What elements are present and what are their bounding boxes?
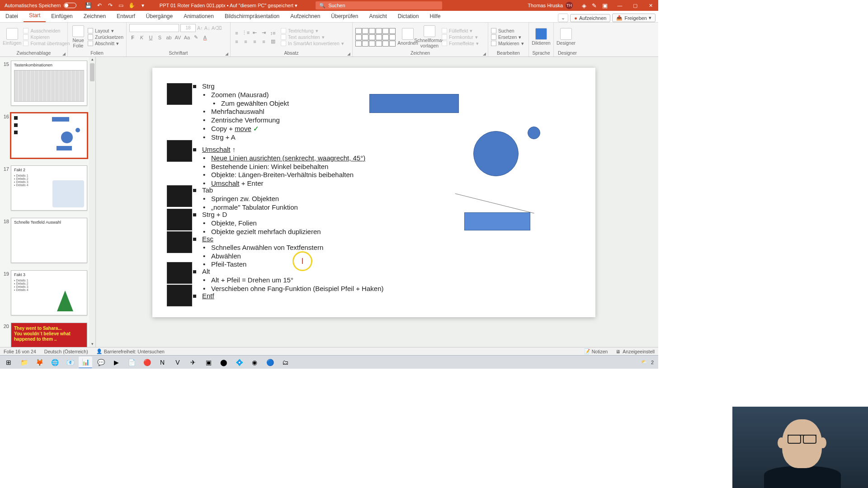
display-settings-button[interactable]: 🖥 Anzeigeeinstell bbox=[616, 349, 655, 354]
language-button[interactable]: Deutsch (Österreich) bbox=[44, 349, 88, 354]
tab-entwurf[interactable]: Entwurf bbox=[111, 11, 141, 22]
shape-circle-small[interactable] bbox=[528, 127, 540, 139]
minimize-button[interactable]: ― bbox=[612, 0, 627, 11]
tab-dictation[interactable]: Dictation bbox=[392, 11, 425, 22]
vertical-scrollbar[interactable] bbox=[652, 57, 658, 347]
format-painter-button: Format übertragen bbox=[23, 41, 70, 46]
shape-line[interactable] bbox=[455, 193, 534, 214]
tab-datei[interactable]: Datei bbox=[0, 11, 24, 22]
notes-button[interactable]: 📝 Notizen bbox=[584, 348, 608, 354]
close-button[interactable]: ✕ bbox=[643, 0, 658, 11]
slide-thumbnail-17[interactable]: Fakt 2 • Details 1• Details 2• Details 3… bbox=[11, 165, 87, 211]
taskbar-app-icon[interactable]: 🔵 bbox=[263, 357, 277, 368]
present-from-start-icon[interactable]: ▭ bbox=[118, 2, 124, 9]
document-title[interactable]: PPT 01 Roter Faden 001.pptx • Auf "diese… bbox=[151, 3, 307, 9]
qat-more-icon[interactable]: ▾ bbox=[140, 2, 146, 9]
taskbar-vscode-icon[interactable]: V bbox=[171, 357, 184, 368]
taskbar-app-icon[interactable]: 💠 bbox=[232, 357, 246, 368]
tab-einfuegen[interactable]: Einfügen bbox=[46, 11, 78, 22]
taskbar-app-icon[interactable]: ◉ bbox=[248, 357, 261, 368]
slide-thumbnail-19[interactable]: Fakt 3 • Details 1• Details 2• Details 3… bbox=[11, 270, 87, 315]
maximize-button[interactable]: ▢ bbox=[627, 0, 643, 11]
key-image-tab bbox=[167, 185, 192, 207]
new-slide-button[interactable]: Neue Folie bbox=[71, 24, 86, 50]
record-button[interactable]: ●Aufzeichnen bbox=[570, 14, 610, 22]
slide[interactable]: Strg Zoomen (Mausrad) Zum gewählten Obje… bbox=[152, 68, 595, 317]
tab-hilfe[interactable]: Hilfe bbox=[424, 11, 446, 22]
slide-counter[interactable]: Folie 16 von 24 bbox=[4, 349, 36, 354]
reset-button[interactable]: Zurücksetzen bbox=[88, 34, 123, 40]
taskbar-app-icon[interactable]: 🔴 bbox=[140, 357, 154, 368]
taskbar-app-icon[interactable]: ▣ bbox=[202, 357, 215, 368]
shape-circle-large[interactable] bbox=[473, 131, 519, 176]
taskbar-vlc-icon[interactable]: ▶ bbox=[109, 357, 123, 368]
designer-button[interactable]: Designer bbox=[557, 24, 576, 50]
slide-thumbnails-panel[interactable]: 15 Tastenkombinationen 16 17 Fakt 2 • De… bbox=[0, 57, 96, 347]
diamond-icon[interactable]: ◈ bbox=[582, 2, 586, 9]
thumbnail-scrollbar[interactable]: ▴ ▾ bbox=[89, 57, 95, 347]
weather-icon[interactable]: ⛅ bbox=[641, 359, 647, 365]
shape-outline-button: Formkontur ▾ bbox=[442, 34, 479, 40]
start-button[interactable]: ⊞ bbox=[2, 357, 15, 368]
cut-button: Ausschneiden bbox=[23, 28, 70, 33]
select-button[interactable]: Markieren ▾ bbox=[491, 41, 524, 46]
slide-canvas-area[interactable]: Strg Zoomen (Mausrad) Zum gewählten Obje… bbox=[96, 57, 652, 347]
tab-ueberpruefen[interactable]: Überprüfen bbox=[326, 11, 363, 22]
tab-animationen[interactable]: Animationen bbox=[178, 11, 219, 22]
window-layout-icon[interactable]: ▣ bbox=[602, 2, 608, 9]
taskbar-app-icon[interactable]: 🗂 bbox=[278, 357, 292, 368]
taskbar-explorer-icon[interactable]: 📁 bbox=[17, 357, 31, 368]
undo-icon[interactable]: ↶ bbox=[96, 2, 103, 9]
scroll-down-icon[interactable]: ▾ bbox=[89, 342, 95, 347]
taskbar-outlook-icon[interactable]: 📧 bbox=[63, 357, 77, 368]
tab-zeichnen[interactable]: Zeichnen bbox=[78, 11, 111, 22]
touch-mode-icon[interactable]: ✋ bbox=[129, 2, 135, 9]
account-button[interactable]: Thomas Hruska TH bbox=[523, 2, 577, 9]
search-input[interactable] bbox=[328, 3, 439, 8]
quick-styles-button[interactable]: Schnellformat-vorlagen bbox=[420, 24, 439, 50]
layout-button[interactable]: Layout ▾ bbox=[88, 28, 123, 33]
tab-ansicht[interactable]: Ansicht bbox=[363, 11, 392, 22]
scroll-up-icon[interactable]: ▴ bbox=[89, 57, 95, 62]
slide-thumbnail-15[interactable]: Tastenkombinationen bbox=[11, 61, 87, 106]
dictate-button[interactable]: Diktieren bbox=[532, 24, 551, 50]
taskbar-telegram-icon[interactable]: ✈ bbox=[186, 357, 200, 368]
taskbar-app-icon[interactable]: ⬤ bbox=[217, 357, 231, 368]
taskbar-chrome-icon[interactable]: 🌐 bbox=[48, 357, 61, 368]
taskbar-onenote-icon[interactable]: N bbox=[156, 357, 169, 368]
tab-aufzeichnen[interactable]: Aufzeichnen bbox=[285, 11, 326, 22]
redo-icon[interactable]: ↷ bbox=[107, 2, 113, 9]
tab-start[interactable]: Start bbox=[24, 10, 46, 22]
autosave-toggle[interactable]: Automatisches Speichern bbox=[0, 3, 81, 8]
collapse-ribbon-button[interactable]: ⌄ bbox=[558, 14, 568, 22]
tab-uebergaenge[interactable]: Übergänge bbox=[141, 11, 178, 22]
tab-bildschirmpraesentation[interactable]: Bildschirmpräsentation bbox=[219, 11, 285, 22]
system-tray[interactable]: ⛅ 2 bbox=[641, 359, 656, 365]
search-box[interactable]: 🔍 bbox=[316, 1, 442, 9]
section-button[interactable]: Abschnitt ▾ bbox=[88, 41, 123, 46]
share-button[interactable]: 📤Freigeben ▾ bbox=[612, 14, 656, 22]
taskbar-firefox-icon[interactable]: 🦊 bbox=[33, 357, 46, 368]
key-image-ctrl bbox=[167, 83, 192, 105]
shape-rectangle-2[interactable] bbox=[464, 212, 530, 230]
dialog-launcher-icon[interactable]: ◢ bbox=[62, 52, 66, 56]
thumb-number: 17 bbox=[1, 165, 9, 211]
taskbar-app-icon[interactable]: 📄 bbox=[125, 357, 138, 368]
dialog-launcher-icon[interactable]: ◢ bbox=[225, 52, 228, 56]
dialog-launcher-icon[interactable]: ◢ bbox=[483, 52, 486, 56]
taskbar-powerpoint-icon[interactable]: 📊 bbox=[79, 357, 92, 368]
replace-button[interactable]: Ersetzen ▾ bbox=[491, 34, 524, 40]
shapes-gallery[interactable] bbox=[355, 28, 396, 47]
slide-thumbnail-16[interactable] bbox=[11, 113, 87, 158]
bullet-item: Mehrfachauswahl bbox=[193, 108, 289, 116]
dialog-launcher-icon[interactable]: ◢ bbox=[347, 52, 350, 56]
pen-icon[interactable]: ✎ bbox=[592, 2, 597, 9]
toggle-switch-icon[interactable] bbox=[64, 3, 76, 8]
taskbar-app-icon[interactable]: 💬 bbox=[94, 357, 108, 368]
find-button[interactable]: Suchen bbox=[491, 28, 524, 33]
slide-thumbnail-20[interactable]: They went to Sahara...You wouldn´t belie… bbox=[11, 323, 87, 347]
shape-rectangle[interactable] bbox=[369, 94, 459, 113]
slide-thumbnail-18[interactable]: Schnelle Textfeld Auswahl bbox=[11, 218, 87, 263]
save-icon[interactable]: 💾 bbox=[85, 2, 92, 9]
accessibility-button[interactable]: 👤 Barrierefreiheit: Untersuchen bbox=[96, 348, 165, 354]
